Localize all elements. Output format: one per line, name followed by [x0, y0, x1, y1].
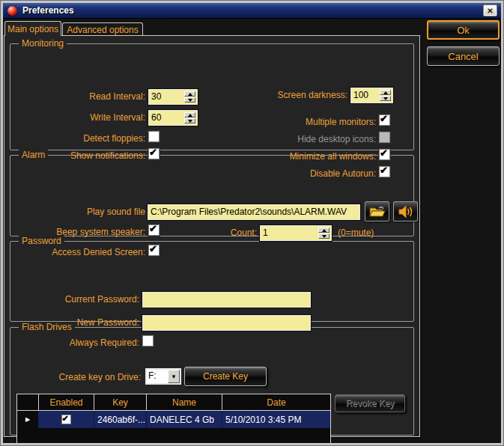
access-denied-screen-label: Access Denied Screen: [19, 247, 145, 258]
table-row[interactable]: ▶ ✔ 2460ab6f-... DANELEC 4 Gb 5/10/2010 … [17, 411, 330, 428]
keys-table: Enabled Key Name Date ▶ ✔ 2460ab6f-... [16, 394, 331, 443]
spin-up-button[interactable] [318, 227, 330, 233]
check-icon: ✔ [62, 414, 69, 424]
count-mute-hint: (0=mute) [338, 227, 374, 238]
date-cell: 5/10/2010 3:45 PM [222, 411, 330, 428]
spin-down-button[interactable] [184, 118, 195, 123]
open-folder-icon [369, 206, 386, 218]
read-interval-value: 30 [151, 90, 161, 104]
column-header-selector [17, 394, 38, 410]
app-icon [7, 6, 17, 16]
cancel-button[interactable]: Cancel [427, 46, 500, 66]
hide-desktop-icons-label: Hide desktop icons: [244, 134, 376, 145]
tab-label: Main options [7, 24, 58, 34]
tab-page-main-options: Monitoring Read Interval: 30 Write Inter… [4, 35, 420, 437]
count-value: 1 [263, 226, 268, 240]
always-required-label: Always Required: [12, 337, 139, 349]
row-selector-cell[interactable]: ▶ [17, 411, 38, 428]
column-header-key: Key [94, 394, 146, 410]
write-interval-label: Write Interval: [19, 112, 145, 123]
detect-floppies-label: Detect floppies: [19, 133, 145, 144]
drive-selected-value: F: [147, 370, 168, 383]
count-spinner[interactable]: 1 [260, 225, 332, 241]
name-cell: DANELEC 4 Gb [146, 411, 222, 428]
disable-autorun-label: Disable Autorun: [244, 168, 376, 180]
play-sound-file-label: Play sound file [19, 207, 145, 218]
window-title: Preferences [22, 5, 74, 16]
monitoring-caption: Monitoring [19, 38, 67, 49]
beep-system-speaker-label: Beep system speaker: [19, 227, 145, 238]
dropdown-arrow-icon[interactable]: ▼ [168, 370, 180, 383]
check-icon: ✔ [380, 113, 388, 124]
write-interval-value: 60 [151, 111, 161, 125]
check-icon: ✔ [149, 147, 157, 158]
browse-sound-file-button[interactable] [365, 201, 389, 222]
drive-select[interactable]: F: ▼ [145, 368, 181, 385]
spin-up-button[interactable] [380, 90, 391, 95]
current-password-label: Current Password: [12, 294, 139, 305]
show-notifications-label: Show notifications: [19, 150, 145, 162]
check-icon: ✔ [380, 165, 388, 176]
tab-main-options[interactable]: Main options [4, 21, 61, 36]
check-icon: ✔ [149, 243, 157, 254]
detect-floppies-checkbox[interactable]: ✔ [148, 131, 160, 142]
multiple-monitors-label: Multiple monitors: [244, 117, 376, 128]
minimize-all-windows-label: Minimize all windows: [244, 151, 376, 162]
create-key-button[interactable]: Create Key [184, 367, 267, 386]
keys-table-header: Enabled Key Name Date [17, 394, 330, 411]
close-button[interactable]: ✕ [483, 4, 497, 16]
access-denied-screen-checkbox[interactable]: ✔ [148, 245, 160, 256]
column-header-date: Date [222, 394, 330, 410]
screen-darkness-value: 100 [353, 88, 368, 103]
spin-down-button[interactable] [380, 96, 391, 101]
screen-darkness-label: Screen darkness: [229, 90, 347, 101]
tab-label: Advanced options [67, 25, 138, 35]
row-selector-arrow-icon: ▶ [25, 416, 30, 423]
play-sound-file-field[interactable]: C:\Program Files\Predator2\sounds\ALARM.… [148, 204, 360, 220]
disable-autorun-checkbox[interactable]: ✔ [379, 166, 390, 177]
new-password-field[interactable] [142, 315, 311, 331]
hide-desktop-icons-checkbox[interactable]: ✔ [379, 132, 390, 143]
title-bar: Preferences ✕ [3, 3, 501, 19]
check-icon: ✔ [149, 223, 157, 234]
column-header-name: Name [146, 394, 222, 410]
create-key-on-drive-label: Create key on Drive: [15, 372, 141, 383]
screen-darkness-spinner[interactable]: 100 [350, 88, 393, 103]
write-interval-spinner[interactable]: 60 [148, 110, 198, 126]
spin-up-button[interactable] [184, 112, 195, 117]
read-interval-spinner[interactable]: 30 [148, 89, 198, 105]
column-header-enabled: Enabled [38, 394, 94, 410]
preferences-window: Preferences ✕ Main options Advanced opti… [0, 0, 504, 446]
read-interval-label: Read Interval: [19, 91, 145, 103]
close-icon: ✕ [487, 7, 493, 15]
tab-advanced-options[interactable]: Advanced options [62, 22, 143, 36]
key-cell: 2460ab6f-... [94, 411, 146, 428]
spin-down-button[interactable] [184, 97, 195, 103]
window-body: Preferences ✕ Main options Advanced opti… [3, 3, 501, 443]
enabled-cell: ✔ [38, 411, 94, 428]
play-sound-button[interactable] [393, 201, 418, 222]
spin-down-button[interactable] [318, 233, 330, 239]
always-required-checkbox[interactable]: ✔ [142, 335, 154, 346]
row-enabled-checkbox[interactable]: ✔ [61, 415, 71, 424]
speaker-icon [398, 206, 413, 218]
check-icon: ✔ [380, 147, 388, 159]
spin-up-button[interactable] [184, 91, 195, 97]
minimize-all-windows-checkbox[interactable]: ✔ [379, 149, 390, 160]
ok-button[interactable]: Ok [427, 20, 500, 40]
alarm-group: Alarm [10, 155, 414, 236]
revoke-key-button[interactable]: Revoke Key [335, 394, 405, 412]
show-notifications-checkbox[interactable]: ✔ [148, 148, 160, 159]
new-password-label: New Password: [12, 317, 139, 329]
count-label: Count: [195, 227, 257, 239]
current-password-field[interactable] [142, 292, 311, 308]
multiple-monitors-checkbox[interactable]: ✔ [379, 114, 390, 126]
beep-system-speaker-checkbox[interactable]: ✔ [148, 224, 160, 236]
